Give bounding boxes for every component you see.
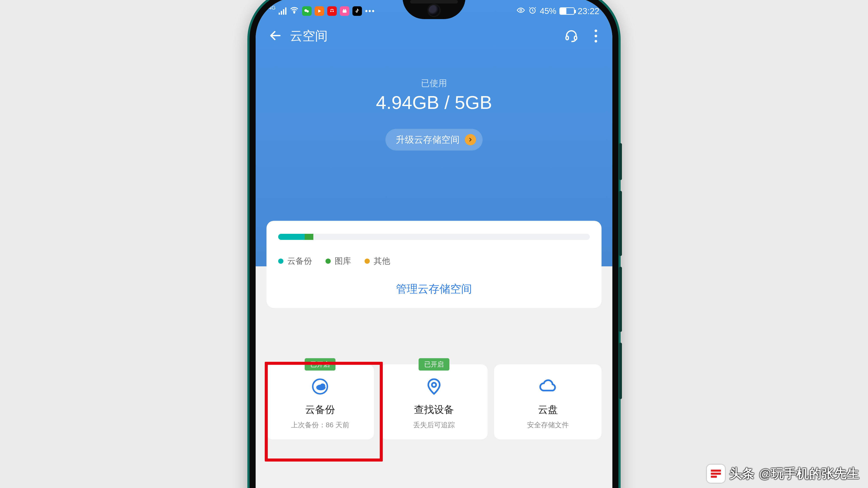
nav-bar: 云空间 [256, 21, 612, 49]
signal-icon [279, 7, 286, 15]
back-button[interactable] [269, 29, 282, 43]
wifi-icon [289, 5, 299, 17]
storage-bar-gallery [305, 234, 313, 240]
app-icon-red [327, 6, 337, 16]
tile-subtitle: 丢失后可追踪 [383, 420, 485, 430]
toutiao-logo-icon [707, 464, 725, 483]
upgrade-label: 升级云存储空间 [396, 134, 460, 146]
tile-subtitle: 上次备份：86 天前 [270, 420, 371, 430]
svg-point-13 [317, 385, 325, 390]
volume-up-button [619, 191, 622, 256]
svg-rect-11 [575, 36, 577, 40]
speaker-grille [410, 0, 458, 3]
svg-point-14 [432, 383, 436, 387]
battery-icon [559, 7, 575, 15]
cloud-drive-icon [497, 376, 598, 397]
side-button [619, 343, 622, 399]
network-label: 4G [269, 5, 276, 10]
tile-subtitle: 安全存储文件 [497, 420, 598, 430]
svg-point-2 [307, 10, 309, 12]
usage-summary: 已使用 4.94GB / 5GB 升级云存储空间 [256, 77, 612, 151]
tile-cloud-backup[interactable]: 已开启 云备份 上次备份：86 天前 [267, 364, 374, 440]
storage-bar [278, 234, 590, 240]
legend-gallery: 图库 [326, 256, 351, 266]
upgrade-storage-button[interactable]: 升级云存储空间 [385, 129, 483, 151]
power-button [619, 143, 622, 180]
svg-point-8 [520, 9, 522, 11]
manage-storage-link[interactable]: 管理云存储空间 [278, 282, 590, 296]
legend-other: 其他 [365, 256, 390, 266]
eye-comfort-icon [517, 6, 525, 17]
svg-rect-16 [711, 473, 721, 475]
more-menu-icon[interactable] [592, 27, 599, 45]
watermark-author: @玩手机的张先生 [759, 465, 859, 482]
svg-point-4 [333, 11, 334, 12]
svg-point-3 [330, 11, 332, 12]
tile-title: 云备份 [270, 403, 371, 416]
volume-down-button [619, 267, 622, 332]
svg-rect-5 [343, 10, 346, 12]
storage-breakdown-card: 云备份 图库 其他 管理云存储空间 [267, 221, 601, 308]
svg-point-7 [345, 9, 346, 10]
feature-tiles: 已开启 云备份 上次备份：86 天前 已开启 查找设备 丢失后可追踪 [256, 364, 612, 440]
location-pin-icon [383, 376, 485, 397]
support-icon[interactable] [564, 28, 579, 43]
wechat-icon [302, 6, 312, 16]
storage-bar-backup [278, 234, 305, 240]
screen: 4G [256, 0, 612, 488]
battery-percent: 45% [540, 6, 556, 16]
watermark-brand: 头条 [729, 465, 754, 482]
enabled-badge: 已开启 [305, 358, 336, 371]
svg-rect-10 [566, 36, 568, 40]
alarm-icon [528, 6, 537, 17]
svg-point-6 [343, 9, 345, 10]
svg-point-0 [293, 12, 295, 13]
chevron-right-icon [465, 134, 476, 145]
usage-label: 已使用 [256, 77, 612, 89]
tile-find-device[interactable]: 已开启 查找设备 丢失后可追踪 [380, 364, 488, 440]
phone-frame: 4G [250, 0, 618, 488]
clock: 23:22 [578, 6, 599, 16]
app-icon-orange [315, 6, 324, 16]
tile-title: 云盘 [497, 403, 598, 416]
tiktok-icon [352, 6, 362, 16]
tile-title: 查找设备 [383, 403, 485, 416]
cloud-backup-icon [270, 376, 371, 397]
usage-value: 4.94GB / 5GB [256, 92, 612, 113]
svg-rect-15 [711, 469, 721, 471]
svg-rect-17 [711, 476, 717, 478]
more-notifications-icon: ••• [365, 6, 375, 15]
app-icon-pink [340, 6, 349, 16]
watermark: 头条 @玩手机的张先生 [707, 464, 859, 483]
page-title: 云空间 [290, 28, 564, 44]
tile-cloud-drive[interactable]: 云盘 安全存储文件 [494, 364, 601, 440]
enabled-badge: 已开启 [418, 358, 450, 371]
legend-backup: 云备份 [278, 256, 312, 266]
storage-legend: 云备份 图库 其他 [278, 256, 590, 266]
